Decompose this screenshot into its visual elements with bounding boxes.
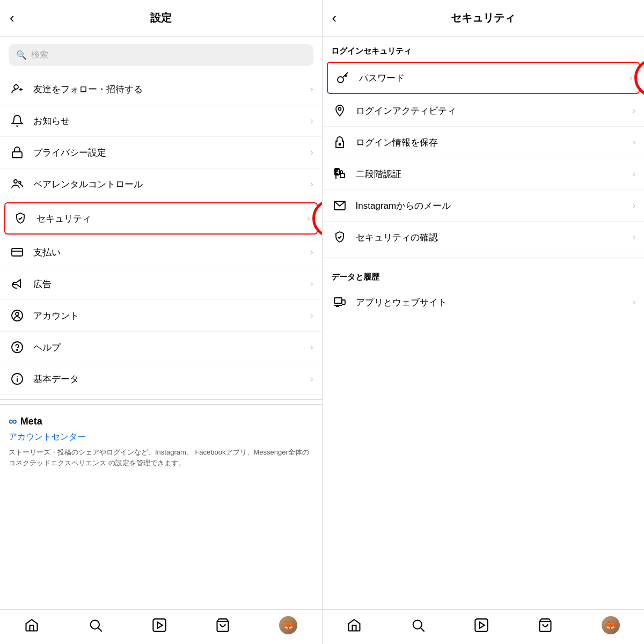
chevron-icon: › bbox=[307, 214, 310, 223]
left-header: ‹ 設定 bbox=[0, 0, 322, 36]
svg-point-11 bbox=[17, 349, 18, 350]
nav-shop-button-right[interactable] bbox=[538, 618, 553, 633]
svg-point-10 bbox=[12, 342, 23, 353]
chevron-icon: › bbox=[310, 311, 313, 320]
left-panel: ‹ 設定 🔍 検索 友達をフォロー・招待する › bbox=[0, 0, 323, 644]
chevron-icon: › bbox=[633, 297, 635, 307]
svg-point-21 bbox=[338, 108, 341, 111]
right-menu-list: ログインセキュリティ パスワード › 5 bbox=[323, 36, 645, 609]
svg-point-15 bbox=[91, 620, 99, 629]
meta-infinity-icon: ∞ bbox=[9, 414, 17, 428]
menu-label-two-factor: 二段階認証 bbox=[356, 168, 633, 180]
nav-home-button[interactable] bbox=[24, 618, 39, 633]
svg-point-4 bbox=[14, 180, 17, 183]
chevron-icon: › bbox=[310, 179, 313, 189]
nav-home-button-right[interactable] bbox=[347, 618, 362, 633]
svg-rect-38 bbox=[475, 619, 488, 631]
svg-marker-39 bbox=[480, 622, 485, 628]
menu-label-privacy: プライバシー設定 bbox=[33, 147, 310, 159]
svg-point-20 bbox=[338, 77, 343, 83]
person-circle-icon bbox=[9, 309, 26, 322]
left-bottom-nav: 🦊 bbox=[0, 609, 322, 644]
right-panel: ‹ セキュリティ ログインセキュリティ パスワード › 5 bbox=[323, 0, 645, 644]
menu-item-about[interactable]: 基本データ › bbox=[0, 363, 322, 395]
left-back-button[interactable]: ‹ bbox=[10, 10, 14, 26]
svg-rect-32 bbox=[342, 300, 345, 304]
menu-item-password[interactable]: パスワード › bbox=[327, 62, 640, 94]
chevron-icon: › bbox=[310, 279, 313, 289]
right-title: セキュリティ bbox=[451, 11, 515, 25]
meta-section: ∞ Meta アカウントセンター ストーリーズ・投稿のシェアやログインなど、In… bbox=[0, 404, 322, 474]
meta-account-center-link[interactable]: アカウントセンター bbox=[9, 431, 313, 443]
search-bar[interactable]: 🔍 検索 bbox=[9, 44, 313, 66]
nav-profile-button-right[interactable]: 🦊 bbox=[602, 616, 620, 634]
menu-item-notifications[interactable]: お知らせ › bbox=[0, 105, 322, 137]
parental-icon bbox=[9, 178, 26, 191]
chevron-icon: › bbox=[633, 201, 635, 210]
menu-label-account: アカウント bbox=[33, 310, 310, 322]
section-data-history-title: データと履歴 bbox=[323, 262, 645, 287]
search-icon: 🔍 bbox=[16, 50, 27, 60]
bell-icon bbox=[9, 114, 26, 127]
chevron-icon: › bbox=[310, 84, 313, 94]
menu-label-login-activity: ログインアクティビティ bbox=[356, 105, 633, 117]
svg-rect-3 bbox=[12, 152, 22, 158]
left-title: 設定 bbox=[150, 11, 172, 25]
search-placeholder: 検索 bbox=[31, 49, 48, 61]
menu-item-two-factor[interactable]: 二段階認証 › bbox=[323, 158, 645, 190]
menu-item-privacy[interactable]: プライバシー設定 › bbox=[0, 137, 322, 169]
location-icon bbox=[331, 104, 348, 117]
menu-label-parental: ペアレンタルコントロール bbox=[33, 178, 310, 191]
section-login-security-title: ログインセキュリティ bbox=[323, 36, 645, 61]
lock-icon bbox=[9, 146, 26, 159]
svg-point-22 bbox=[339, 144, 340, 145]
add-person-icon bbox=[9, 83, 26, 96]
left-menu-list: 友達をフォロー・招待する › お知らせ › プライバシー設定 bbox=[0, 74, 322, 609]
info-circle-icon bbox=[9, 372, 26, 385]
menu-item-help[interactable]: ヘルプ › bbox=[0, 332, 322, 363]
chevron-icon: › bbox=[633, 169, 635, 179]
svg-rect-17 bbox=[153, 619, 165, 631]
nav-search-button-right[interactable] bbox=[411, 618, 426, 633]
svg-rect-29 bbox=[340, 173, 345, 178]
menu-label-payment: 支払い bbox=[33, 246, 310, 259]
menu-label-follow: 友達をフォロー・招待する bbox=[33, 83, 310, 96]
menu-item-parental[interactable]: ペアレンタルコントロール › bbox=[0, 169, 322, 200]
chevron-icon: › bbox=[310, 342, 313, 352]
menu-label-security: セキュリティ bbox=[36, 213, 307, 225]
menu-item-security-check[interactable]: セキュリティの確認 › bbox=[323, 222, 645, 253]
nav-shop-button[interactable] bbox=[215, 618, 230, 633]
megaphone-icon bbox=[9, 277, 26, 290]
card-icon bbox=[9, 246, 26, 259]
svg-point-5 bbox=[19, 181, 21, 184]
menu-item-account[interactable]: アカウント › bbox=[0, 300, 322, 332]
nav-reels-button-right[interactable] bbox=[474, 618, 489, 633]
menu-item-security[interactable]: セキュリティ › bbox=[4, 202, 318, 235]
nav-reels-button[interactable] bbox=[152, 618, 167, 633]
menu-label-security-check: セキュリティの確認 bbox=[356, 231, 633, 244]
menu-label-notifications: お知らせ bbox=[33, 115, 310, 127]
envelope-icon bbox=[331, 199, 348, 212]
meta-logo: ∞ Meta bbox=[9, 414, 313, 428]
monitor-phone-icon bbox=[331, 296, 348, 309]
chevron-icon: › bbox=[633, 232, 635, 242]
menu-item-payment[interactable]: 支払い › bbox=[0, 237, 322, 268]
chevron-icon: › bbox=[633, 137, 635, 147]
right-back-button[interactable]: ‹ bbox=[332, 10, 337, 26]
nav-search-button[interactable] bbox=[88, 618, 103, 633]
menu-item-save-login[interactable]: ログイン情報を保存 › bbox=[323, 127, 645, 158]
nav-profile-button[interactable]: 🦊 bbox=[279, 616, 297, 634]
svg-rect-6 bbox=[12, 248, 23, 256]
menu-label-save-login: ログイン情報を保存 bbox=[356, 136, 633, 149]
shield-icon bbox=[12, 212, 29, 225]
menu-item-email-from-ig[interactable]: Instagramからのメール › bbox=[323, 190, 645, 222]
menu-item-apps-websites[interactable]: アプリとウェブサイト › bbox=[323, 287, 645, 318]
shield-tick-icon bbox=[331, 231, 348, 244]
meta-brand: Meta bbox=[20, 416, 42, 427]
menu-item-ads[interactable]: 広告 › bbox=[0, 268, 322, 300]
svg-line-16 bbox=[98, 628, 101, 631]
chevron-icon: › bbox=[310, 374, 313, 384]
menu-item-follow[interactable]: 友達をフォロー・招待する › bbox=[0, 74, 322, 105]
menu-item-login-activity[interactable]: ログインアクティビティ › bbox=[323, 95, 645, 127]
svg-marker-18 bbox=[157, 622, 162, 628]
